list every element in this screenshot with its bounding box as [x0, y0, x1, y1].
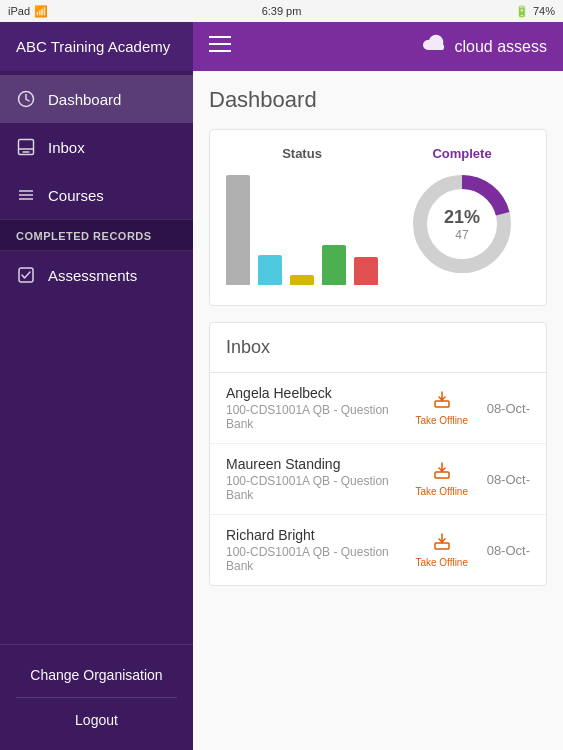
take-offline-label-2: Take Offline: [415, 557, 468, 568]
bar-green: [322, 245, 346, 285]
svg-rect-15: [435, 543, 449, 549]
tray-icon: [16, 137, 36, 157]
sidebar-item-assessments[interactable]: Assessments: [0, 251, 193, 299]
upload-icon-1: [433, 462, 451, 484]
take-offline-button-1[interactable]: Take Offline: [415, 462, 468, 497]
svg-rect-7: [19, 268, 33, 282]
battery-level: 74%: [533, 5, 555, 17]
assessments-label: Assessments: [48, 267, 137, 284]
courses-label: Courses: [48, 187, 104, 204]
svg-rect-13: [435, 401, 449, 407]
take-offline-label-0: Take Offline: [415, 415, 468, 426]
donut-percent: 21%: [444, 207, 480, 228]
status-chart-title: Status: [282, 146, 322, 161]
donut-label: 21% 47: [444, 207, 480, 242]
org-name: ABC Training Academy: [16, 38, 170, 55]
logout-button[interactable]: Logout: [0, 698, 193, 742]
upload-icon-0: [433, 391, 451, 413]
sidebar-item-dashboard[interactable]: Dashboard: [0, 75, 193, 123]
inbox-item-0: Angela Heelbeck 100-CDS1001A QB - Questi…: [210, 373, 546, 444]
sidebar-nav: Dashboard Inbox: [0, 71, 193, 644]
bar-grey: [226, 175, 250, 285]
inbox-item-course-0: 100-CDS1001A QB - Question Bank: [226, 403, 403, 431]
inbox-item-date-1: 08-Oct-: [480, 472, 530, 487]
inbox-item-name-0: Angela Heelbeck: [226, 385, 403, 401]
change-org-button[interactable]: Change Organisation: [0, 653, 193, 697]
time-display: 6:39 pm: [262, 5, 302, 17]
status-bar: iPad 📶 6:39 pm 🔋 74%: [0, 0, 563, 22]
wifi-icon: 📶: [34, 5, 48, 18]
sidebar-header: ABC Training Academy: [0, 22, 193, 71]
inbox-item-date-2: 08-Oct-: [480, 543, 530, 558]
inbox-item-1: Maureen Standing 100-CDS1001A QB - Quest…: [210, 444, 546, 515]
inbox-item-course-2: 100-CDS1001A QB - Question Bank: [226, 545, 403, 573]
inbox-item-info-0: Angela Heelbeck 100-CDS1001A QB - Questi…: [226, 385, 403, 431]
dashboard-label: Dashboard: [48, 91, 121, 108]
sidebar: ABC Training Academy Dashboard: [0, 22, 193, 750]
inbox-item-date-0: 08-Oct-: [480, 401, 530, 416]
bar-cyan: [258, 255, 282, 285]
top-bar: cloud assess: [193, 22, 563, 71]
ipad-label: iPad: [8, 5, 30, 17]
status-chart: Status: [226, 146, 378, 289]
charts-section: Status Complete: [209, 129, 547, 306]
inbox-item-name-1: Maureen Standing: [226, 456, 403, 472]
inbox-item-name-2: Richard Bright: [226, 527, 403, 543]
take-offline-label-1: Take Offline: [415, 486, 468, 497]
status-right: 🔋 74%: [515, 5, 555, 18]
inbox-label: Inbox: [48, 139, 85, 156]
sidebar-item-inbox[interactable]: Inbox: [0, 123, 193, 171]
checkbox-icon: [16, 265, 36, 285]
bar-chart: [226, 169, 378, 289]
upload-icon-2: [433, 533, 451, 555]
battery-icon: 🔋: [515, 5, 529, 18]
complete-chart-title: Complete: [432, 146, 491, 161]
page-title: Dashboard: [209, 87, 547, 113]
bar-yellow: [290, 275, 314, 285]
inbox-item-info-2: Richard Bright 100-CDS1001A QB - Questio…: [226, 527, 403, 573]
inbox-item-course-1: 100-CDS1001A QB - Question Bank: [226, 474, 403, 502]
donut-count: 47: [444, 228, 480, 242]
brand-logo: cloud assess: [421, 34, 548, 59]
inbox-header: Inbox: [210, 323, 546, 373]
inbox-item-2: Richard Bright 100-CDS1001A QB - Questio…: [210, 515, 546, 585]
sidebar-item-courses[interactable]: Courses: [0, 171, 193, 219]
svg-rect-14: [435, 472, 449, 478]
cloud-assess-icon: [421, 34, 449, 59]
complete-chart: Complete 21% 47: [394, 146, 530, 289]
take-offline-button-2[interactable]: Take Offline: [415, 533, 468, 568]
content-area: Dashboard Status Complete: [193, 71, 563, 750]
inbox-section: Inbox Angela Heelbeck 100-CDS1001A QB - …: [209, 322, 547, 586]
hamburger-icon[interactable]: [209, 35, 231, 58]
donut-chart: 21% 47: [407, 169, 517, 279]
completed-records-section: COMPLETED RECORDS: [0, 219, 193, 251]
app-container: ABC Training Academy Dashboard: [0, 22, 563, 750]
sidebar-footer: Change Organisation Logout: [0, 644, 193, 750]
status-left: iPad 📶: [8, 5, 48, 18]
bar-red: [354, 257, 378, 285]
brand-name: cloud assess: [455, 38, 548, 56]
main-content: cloud assess Dashboard Status: [193, 22, 563, 750]
take-offline-button-0[interactable]: Take Offline: [415, 391, 468, 426]
list-icon: [16, 185, 36, 205]
clock-icon: [16, 89, 36, 109]
inbox-item-info-1: Maureen Standing 100-CDS1001A QB - Quest…: [226, 456, 403, 502]
